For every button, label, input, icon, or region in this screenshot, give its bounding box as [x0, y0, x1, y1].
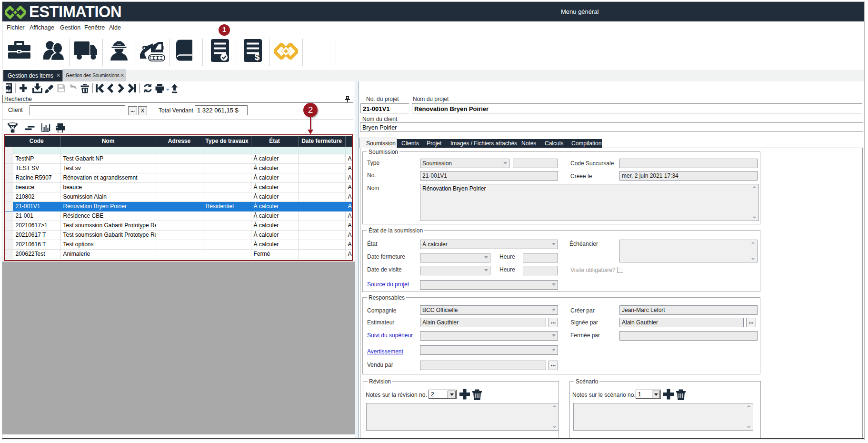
svg-text:$: $ [255, 52, 260, 62]
